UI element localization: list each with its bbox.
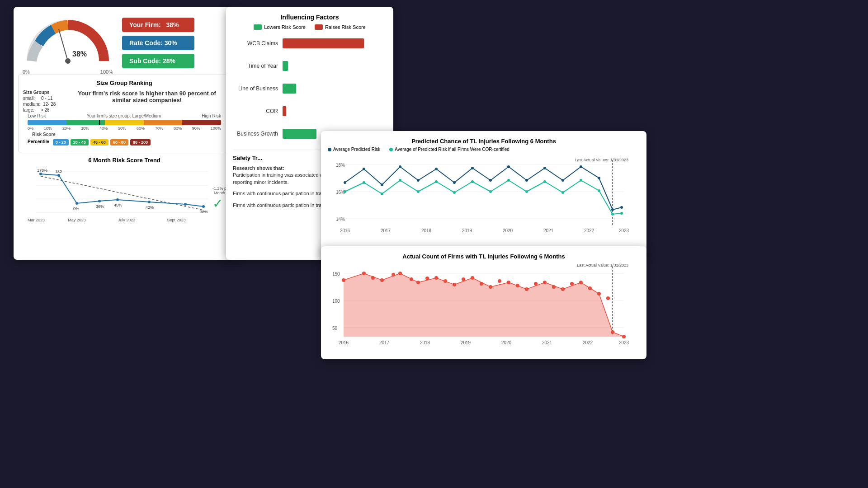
svg-text:100: 100 [332, 299, 340, 304]
percentile-40-60: 40 - 60 [90, 139, 108, 145]
right-bottom-chart-container: Last Actual Value: 1/31/2023 150 100 50 [328, 262, 640, 355]
svg-point-87 [362, 272, 366, 275]
svg-point-114 [606, 296, 610, 300]
right-top-chart-container: Last Actual Values: 1/31/2023 18% 16% 14… [328, 155, 640, 241]
size-group-value: Your firm's size group: Large/Medium [86, 113, 161, 118]
legend-raises-label: Raises Risk Score [325, 24, 366, 30]
svg-point-64 [525, 190, 528, 193]
percentile-60-80: 60 - 80 [110, 139, 128, 145]
trend-title: 6 Month Risk Score Trend [18, 157, 231, 164]
svg-point-50 [580, 165, 582, 168]
legend-blue-dot [328, 148, 331, 151]
svg-text:2017: 2017 [379, 340, 390, 345]
legend-avg-label: Average Predicted Risk [333, 147, 380, 152]
svg-point-59 [435, 180, 438, 183]
factor-growth-bar [283, 129, 316, 139]
right-top-legend: Average Predicted Risk Average of Predic… [328, 147, 640, 152]
legend-green-box [254, 24, 262, 30]
svg-text:50: 50 [332, 326, 338, 331]
svg-point-116 [622, 335, 626, 338]
svg-text:2019: 2019 [461, 340, 471, 345]
svg-point-103 [507, 281, 510, 284]
legend-teal-dot [389, 148, 393, 151]
size-group-content: Size Groups small: 0 - 11 medium: 12- 28… [23, 90, 226, 113]
svg-point-8 [39, 173, 42, 175]
svg-point-107 [543, 281, 547, 284]
svg-point-43 [453, 181, 456, 184]
gauge-max: 100% [100, 69, 113, 75]
your-firm-badge: Your Firm: 38% [122, 18, 194, 32]
svg-text:2016: 2016 [339, 340, 349, 345]
factor-cor-bar [283, 106, 286, 116]
svg-point-66 [561, 191, 564, 194]
factor-growth-label: Business Growth [233, 131, 283, 137]
svg-point-61 [471, 180, 474, 183]
svg-text:2021: 2021 [543, 228, 554, 233]
svg-text:2016: 2016 [340, 228, 350, 233]
svg-point-98 [462, 277, 465, 281]
sub-code-badge: Sub Code: 28% [122, 54, 194, 68]
svg-point-44 [471, 167, 474, 169]
right-top-panel: Predicted Chance of TL Injuries Followin… [321, 131, 646, 258]
svg-point-70 [620, 212, 623, 215]
trend-section: 6 Month Risk Score Trend [18, 157, 231, 226]
right-top-title: Predicted Chance of TL Injuries Followin… [328, 138, 640, 145]
svg-point-104 [516, 284, 519, 287]
svg-point-102 [498, 279, 501, 283]
legend-cor-risk: Average of Predicted Risk if all Firms W… [389, 147, 509, 152]
svg-text:2018: 2018 [420, 340, 430, 345]
gauge-container: 38% 0% 100% [23, 16, 113, 70]
svg-point-94 [425, 277, 429, 280]
svg-point-58 [417, 190, 420, 193]
svg-point-90 [392, 273, 395, 277]
risk-bar-section: Low Risk Your firm's size group: Large/M… [28, 113, 221, 137]
svg-text:2022: 2022 [584, 228, 594, 233]
svg-text:Month: Month [214, 191, 225, 195]
svg-text:14%: 14% [336, 217, 345, 222]
size-group-main-text: Your firm's risk score is higher than 90… [68, 90, 226, 103]
svg-point-10 [75, 202, 78, 205]
svg-point-97 [453, 283, 456, 286]
svg-point-40 [399, 165, 401, 168]
svg-text:18%: 18% [336, 163, 345, 168]
risk-bar-ticks: 0%10%20%30%40% 50%60%70%80%90%100% [28, 126, 221, 131]
legend-avg-risk: Average Predicted Risk [328, 147, 380, 152]
svg-text:2023: 2023 [619, 340, 629, 345]
svg-point-52 [611, 208, 614, 211]
svg-text:July 2023: July 2023 [118, 218, 136, 222]
rate-code-badge: Rate Code: 30% [122, 36, 194, 50]
svg-point-9 [57, 174, 60, 177]
svg-point-55 [363, 181, 365, 184]
factor-cor-bar-area [283, 104, 387, 118]
svg-text:2022: 2022 [583, 340, 593, 345]
high-risk-label: High Risk [202, 113, 221, 118]
svg-text:0%: 0% [73, 206, 79, 211]
svg-point-49 [561, 179, 564, 182]
svg-point-68 [598, 189, 600, 192]
svg-point-109 [561, 287, 565, 291]
svg-point-13 [148, 201, 151, 203]
svg-point-15 [202, 205, 205, 208]
svg-text:182: 182 [55, 169, 62, 174]
gauge-section: 38% 0% 100% Your Firm: 38% Rate Code: 30… [14, 7, 235, 75]
factor-wcb-label: WCB Claims [233, 40, 283, 47]
svg-point-46 [507, 165, 510, 168]
svg-point-47 [525, 179, 528, 182]
svg-text:16%: 16% [336, 190, 345, 195]
legend-red-box [315, 24, 323, 30]
score-badges: Your Firm: 38% Rate Code: 30% Sub Code: … [122, 18, 194, 68]
legend-lowers-label: Lowers Risk Score [264, 24, 306, 30]
svg-point-96 [443, 279, 447, 283]
svg-point-106 [534, 282, 538, 286]
svg-point-48 [543, 167, 546, 169]
svg-point-53 [620, 206, 623, 209]
svg-point-99 [471, 276, 474, 280]
svg-point-108 [552, 285, 556, 289]
svg-point-38 [363, 168, 365, 170]
svg-point-111 [579, 281, 583, 284]
svg-point-86 [342, 278, 345, 282]
svg-text:2021: 2021 [542, 340, 552, 345]
factor-cor-label: COR [233, 108, 283, 114]
svg-point-51 [598, 177, 600, 179]
percentile-row: Percentile 0 - 20 20 - 40 40 - 60 60 - 8… [28, 139, 221, 145]
